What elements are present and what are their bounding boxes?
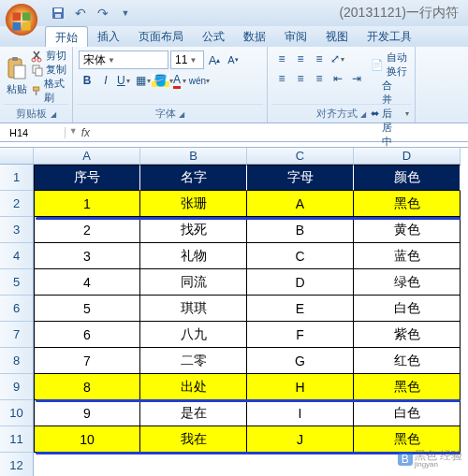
align-bottom-icon[interactable]: ≡: [311, 50, 328, 67]
col-header-a[interactable]: A: [34, 148, 140, 165]
data-cell[interactable]: 是在: [140, 400, 247, 426]
data-cell[interactable]: 3: [34, 243, 140, 269]
data-cell[interactable]: 八九: [140, 322, 247, 348]
font-color-button[interactable]: A▾: [172, 72, 189, 89]
format-painter-button[interactable]: 格式刷: [31, 77, 68, 105]
tab-formula[interactable]: 公式: [193, 26, 234, 47]
undo-icon[interactable]: ↶: [71, 4, 90, 22]
row-header[interactable]: 1: [0, 165, 34, 191]
fx-icon[interactable]: fx: [81, 126, 90, 139]
data-cell[interactable]: 紫色: [354, 322, 461, 348]
data-cell[interactable]: 9: [34, 400, 140, 426]
tab-data[interactable]: 数据: [234, 26, 275, 47]
tab-home[interactable]: 开始: [45, 26, 88, 47]
data-cell[interactable]: 10: [34, 426, 140, 453]
header-cell[interactable]: 字母: [247, 165, 354, 191]
row-header[interactable]: 3: [0, 217, 34, 243]
wrap-text-button[interactable]: 📄自动换行: [371, 50, 409, 79]
align-center-icon[interactable]: ≡: [292, 70, 309, 87]
redo-icon[interactable]: ↷: [94, 4, 112, 22]
data-cell[interactable]: 找死: [140, 217, 247, 243]
tab-review[interactable]: 审阅: [275, 26, 316, 47]
data-cell[interactable]: A: [247, 191, 354, 217]
data-cell[interactable]: 1: [34, 191, 140, 217]
data-cell[interactable]: 绿色: [354, 269, 461, 296]
clipboard-launcher-icon[interactable]: ◢: [51, 110, 56, 119]
row-header[interactable]: 9: [0, 374, 34, 400]
data-cell[interactable]: 红色: [354, 348, 461, 374]
data-cell[interactable]: 白色: [354, 296, 461, 322]
decrease-indent-icon[interactable]: ⇤: [329, 70, 346, 87]
data-cell[interactable]: 张珊: [140, 191, 247, 217]
row-header[interactable]: 2: [0, 191, 34, 217]
data-cell[interactable]: 8: [34, 374, 140, 400]
qat-dropdown-icon[interactable]: ▼: [116, 4, 135, 22]
data-cell[interactable]: 同流: [140, 269, 247, 296]
align-top-icon[interactable]: ≡: [273, 50, 290, 67]
increase-font-icon[interactable]: A▴: [206, 51, 223, 68]
select-all-button[interactable]: [0, 148, 34, 165]
decrease-font-icon[interactable]: A▾: [225, 51, 241, 68]
phonetic-button[interactable]: wén▾: [191, 72, 208, 89]
header-cell[interactable]: 序号: [34, 165, 140, 191]
row-header[interactable]: 8: [0, 348, 34, 374]
data-cell[interactable]: 我在: [140, 426, 247, 453]
data-cell[interactable]: 白色: [354, 400, 461, 426]
data-cell[interactable]: 黑色: [354, 191, 461, 217]
fill-color-button[interactable]: 🪣▾: [154, 72, 170, 89]
row-header[interactable]: 5: [0, 269, 34, 296]
align-launcher-icon[interactable]: ◢: [360, 110, 366, 119]
tab-insert[interactable]: 插入: [88, 26, 129, 47]
data-cell[interactable]: D: [247, 269, 354, 296]
align-middle-icon[interactable]: ≡: [292, 50, 309, 67]
save-icon[interactable]: [49, 4, 67, 22]
cut-button[interactable]: 剪切: [31, 49, 68, 63]
col-header-c[interactable]: C: [247, 148, 354, 165]
align-left-icon[interactable]: ≡: [273, 70, 290, 87]
data-cell[interactable]: 6: [34, 322, 140, 348]
data-cell[interactable]: 黄色: [354, 217, 461, 243]
data-cell[interactable]: 5: [34, 296, 140, 322]
data-cell[interactable]: 4: [34, 269, 140, 296]
underline-button[interactable]: U▾: [116, 72, 133, 89]
data-cell[interactable]: 礼物: [140, 243, 247, 269]
office-button[interactable]: [4, 2, 39, 37]
row-header[interactable]: 11: [0, 426, 34, 453]
data-cell[interactable]: C: [247, 243, 354, 269]
fx-dropdown-icon[interactable]: ▼: [69, 126, 78, 139]
data-cell[interactable]: J: [247, 426, 354, 453]
data-cell[interactable]: 7: [34, 348, 140, 374]
copy-button[interactable]: 复制: [31, 63, 68, 77]
increase-indent-icon[interactable]: ⇥: [348, 70, 365, 87]
bold-button[interactable]: B: [79, 72, 95, 89]
row-header[interactable]: 12: [0, 453, 34, 476]
row-header[interactable]: 10: [0, 400, 34, 426]
data-cell[interactable]: H: [247, 374, 354, 400]
data-cell[interactable]: E: [247, 296, 354, 322]
name-box[interactable]: H14: [0, 127, 66, 138]
header-cell[interactable]: 名字: [140, 165, 247, 191]
row-header[interactable]: 6: [0, 296, 34, 322]
header-cell[interactable]: 颜色: [354, 165, 461, 191]
align-right-icon[interactable]: ≡: [311, 70, 328, 87]
data-cell[interactable]: I: [247, 400, 354, 426]
row-header[interactable]: 4: [0, 243, 34, 269]
data-cell[interactable]: 琪琪: [140, 296, 247, 322]
data-cell[interactable]: 黑色: [354, 374, 461, 400]
data-cell[interactable]: F: [247, 322, 354, 348]
data-cell[interactable]: G: [247, 348, 354, 374]
orientation-icon[interactable]: ⤢▾: [329, 50, 346, 67]
data-cell[interactable]: B: [247, 217, 354, 243]
border-button[interactable]: ▦▾: [135, 72, 152, 89]
data-cell[interactable]: 二零: [140, 348, 247, 374]
data-cell[interactable]: 出处: [140, 374, 247, 400]
paste-button[interactable]: 粘贴: [4, 49, 29, 103]
font-launcher-icon[interactable]: ◢: [179, 110, 184, 119]
data-cell[interactable]: 2: [34, 217, 140, 243]
data-cell[interactable]: 蓝色: [354, 243, 461, 269]
font-size-select[interactable]: 11▼: [170, 50, 204, 69]
col-header-d[interactable]: D: [354, 148, 461, 165]
col-header-b[interactable]: B: [140, 148, 247, 165]
row-header[interactable]: 7: [0, 322, 34, 348]
tab-developer[interactable]: 开发工具: [358, 26, 421, 47]
